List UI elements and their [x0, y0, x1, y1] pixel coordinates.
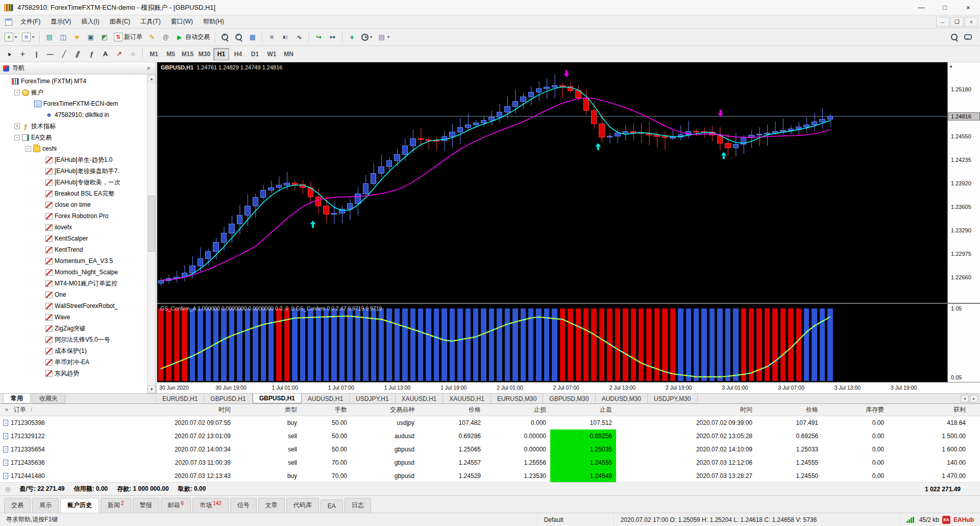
terminal-panel-button[interactable]: [84, 31, 97, 44]
tree-item-2[interactable]: ForexTimeFXTM-ECN-dem: [0, 98, 146, 109]
chart-tab-2[interactable]: GBPUSD,H1: [253, 394, 302, 403]
child-close-button[interactable]: ×: [965, 17, 978, 27]
tree-item-17[interactable]: Momods_Night_Scalpe: [0, 267, 146, 278]
order-row-3[interactable]: 17124356362020.07.03 11:00:39sell70.00gb…: [0, 456, 980, 469]
scroll-up-icon[interactable]: ▲: [148, 75, 156, 83]
terminal-tab-2[interactable]: 账户历史: [60, 498, 99, 513]
tree-item-16[interactable]: Momentum_EA_V3.5: [0, 255, 146, 267]
menu-item-4[interactable]: 工具(T): [135, 15, 165, 28]
tree-item-15[interactable]: KentTrend: [0, 244, 146, 255]
order-row-4[interactable]: 17124414802020.07.03 12:13:43buy70.00gbp…: [0, 469, 980, 482]
tree-item-22[interactable]: ZigZag突破: [0, 323, 146, 334]
crosshair-tool-button[interactable]: [16, 47, 30, 61]
column-header-1[interactable]: 时间: [66, 404, 235, 416]
menu-item-6[interactable]: 帮助(H): [198, 15, 229, 28]
column-header-7[interactable]: 止盈: [550, 404, 616, 416]
indicator-canvas[interactable]: GS_Confirm_A 1.000000 0.0000000 0.000000…: [157, 304, 947, 382]
text-tool-button[interactable]: [99, 47, 112, 61]
menu-item-2[interactable]: 插入(I): [76, 15, 104, 28]
terminal-tab-7[interactable]: 信号: [230, 498, 257, 513]
candle-chart-button[interactable]: [279, 31, 292, 44]
price-scale[interactable]: ▲ 1.251801.245501.242351.239201.236051.2…: [947, 62, 980, 303]
tree-item-23[interactable]: 阿尔法先锋V5.0一号: [0, 334, 146, 345]
scroll-down-icon[interactable]: ▼: [148, 385, 156, 393]
tree-item-7[interactable]: [EAHub]单生-趋势1.0: [0, 154, 146, 165]
tree-item-14[interactable]: KentScalper: [0, 233, 146, 244]
time-axis[interactable]: 30 Jun 202030 Jun 19:001 Jul 01:001 Jul …: [157, 382, 980, 393]
chart-canvas[interactable]: GBPUSD,H11.24761 1.24829 1.24749 1.24816: [157, 62, 947, 303]
tree-item-20[interactable]: WallStreetForexRobot_: [0, 300, 146, 312]
timeframe-m1-button[interactable]: M1: [146, 48, 162, 60]
tree-item-12[interactable]: Forex Robotron Pro: [0, 210, 146, 222]
chart-tab-7[interactable]: EURUSD,M30: [491, 394, 543, 403]
menu-item-1[interactable]: 显示(V): [45, 15, 76, 28]
connection-bars-icon[interactable]: [906, 517, 914, 523]
column-header-2[interactable]: 类型: [235, 404, 301, 416]
timeframe-h4-button[interactable]: H4: [230, 48, 246, 60]
tree-item-5[interactable]: −EA交易: [0, 132, 146, 143]
order-row-1[interactable]: 17123291222020.07.02 13:01:09sell50.00au…: [0, 429, 980, 443]
maximize-button[interactable]: □: [933, 0, 957, 15]
tabs-scroll-right-icon[interactable]: ▸: [970, 395, 978, 402]
navigator-tab-0[interactable]: 常用: [3, 394, 31, 403]
indicator-scale[interactable]: 1.05 0.05: [947, 304, 980, 382]
expand-box-icon[interactable]: +: [14, 124, 20, 129]
chat-button[interactable]: [961, 31, 975, 44]
autotrading-button[interactable]: 自动交易: [173, 31, 212, 44]
vline-tool-button[interactable]: [30, 47, 43, 61]
column-header-9[interactable]: 价格: [756, 404, 822, 416]
column-header-0[interactable]: ×订单/: [0, 404, 66, 416]
timeframe-d1-button[interactable]: D1: [247, 48, 263, 60]
terminal-tab-1[interactable]: 展示: [32, 498, 59, 513]
collapse-box-icon[interactable]: −: [14, 135, 20, 140]
column-header-6[interactable]: 止损: [485, 404, 550, 416]
order-row-2[interactable]: 17123356542020.07.02 14:00:34sell50.00gb…: [0, 443, 980, 456]
tabs-scroll-left-icon[interactable]: ◂: [961, 395, 969, 402]
chart-tab-9[interactable]: AUDUSD,M30: [596, 394, 648, 403]
tree-item-25[interactable]: 单币对冲-EA: [0, 356, 146, 368]
navigator-button[interactable]: [70, 31, 84, 44]
terminal-tab-3[interactable]: 新闻2: [101, 498, 131, 513]
market-watch-button[interactable]: [42, 31, 56, 44]
profiles-button[interactable]: ▾: [19, 31, 37, 44]
channel-tool-button[interactable]: [71, 47, 85, 61]
column-header-11[interactable]: 获利: [888, 404, 980, 416]
bar-chart-button[interactable]: [265, 31, 279, 44]
chart-tab-10[interactable]: USDJPY,M30: [648, 394, 697, 403]
chart-shift-button[interactable]: [326, 31, 339, 44]
community-button[interactable]: [159, 31, 173, 44]
tile-windows-button[interactable]: [246, 31, 259, 44]
chart-tab-3[interactable]: AUDUSD,H1: [302, 394, 350, 403]
collapse-box-icon[interactable]: −: [26, 146, 31, 152]
menu-item-0[interactable]: 文件(F): [15, 15, 45, 28]
templates-button[interactable]: ▾: [375, 31, 392, 44]
collapse-box-icon[interactable]: −: [14, 90, 20, 95]
shapes-tool-button[interactable]: [126, 47, 140, 61]
tree-item-19[interactable]: One: [0, 289, 146, 300]
tree-item-18[interactable]: MT4-M01账户订单监控: [0, 278, 146, 289]
chart-tab-6[interactable]: XAUUSD,H1: [443, 394, 491, 403]
tree-item-26[interactable]: 东风趋势: [0, 368, 146, 379]
terminal-tab-4[interactable]: 警报: [133, 498, 159, 513]
terminal-tab-6[interactable]: 市场142: [192, 498, 229, 513]
terminal-tab-9[interactable]: 代码库: [286, 498, 319, 513]
trendline-tool-button[interactable]: [57, 47, 71, 61]
scrollbar-thumb[interactable]: [148, 196, 155, 252]
chart-tab-8[interactable]: GBPUSD,M30: [543, 394, 595, 403]
status-profile[interactable]: Default: [538, 513, 615, 526]
strategy-tester-button[interactable]: [97, 31, 111, 44]
navigator-scrollbar[interactable]: ▲ ▼: [147, 75, 156, 393]
tree-item-13[interactable]: ilovefx: [0, 222, 146, 233]
fibonacci-tool-button[interactable]: [85, 47, 99, 61]
terminal-tab-11[interactable]: 日志: [345, 498, 371, 513]
chart-tab-1[interactable]: GBPUSD,H1: [204, 394, 252, 403]
navigator-tab-1[interactable]: 收藏夹: [32, 394, 65, 403]
tree-item-9[interactable]: [EAHub]专做欧美，一次: [0, 177, 146, 188]
timeframe-w1-button[interactable]: W1: [264, 48, 280, 60]
search-button[interactable]: [947, 31, 961, 44]
terminal-tab-5[interactable]: 邮箱6: [161, 498, 191, 513]
hline-tool-button[interactable]: [43, 47, 57, 61]
column-header-3[interactable]: 手数: [301, 404, 351, 416]
zoom-in-button[interactable]: +: [218, 31, 232, 44]
tree-item-6[interactable]: −ceshi: [0, 143, 146, 154]
